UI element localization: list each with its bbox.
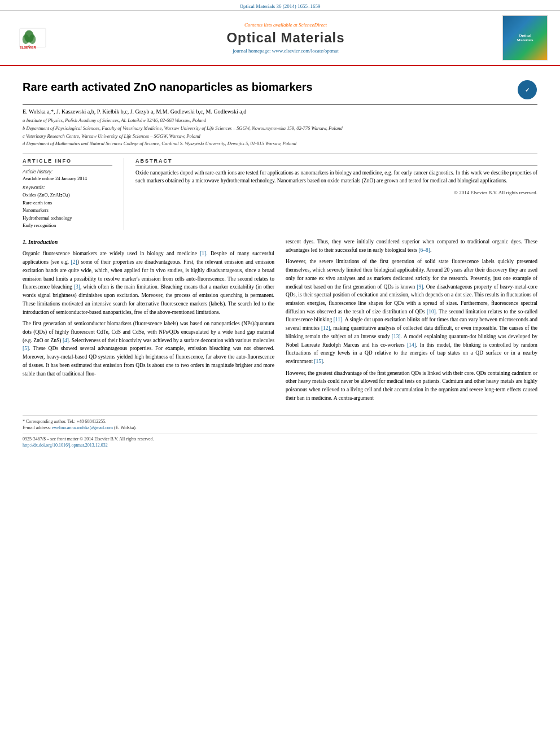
journal-citation-text: Optical Materials 36 (2014) 1655–1659 [240,3,321,9]
journal-cover-image: Optical Materials [502,15,548,60]
section1-heading: 1. Introduction [23,238,274,247]
ref-6-8[interactable]: [6–8] [418,247,430,253]
ref-10[interactable]: [10] [427,309,436,314]
contents-available-text: Contents lists available at [244,22,298,28]
keyword-3: Nanomarkers [23,207,112,215]
article-info-abstract-section: ARTICLE INFO Article history: Available … [23,153,537,230]
article-info-panel: ARTICLE INFO Article history: Available … [23,158,124,230]
body-columns: 1. Introduction Organic fluorescence bio… [23,238,537,406]
email-suffix: (E. Wolska). [114,425,137,430]
ref-13[interactable]: [13] [392,334,401,339]
svg-point-2 [22,34,29,44]
science-direct-link-text[interactable]: ScienceDirect [299,22,327,28]
homepage-text: journal homepage: www.elsevier.com/locat… [233,48,338,54]
journal-title: Optical Materials [226,30,344,46]
journal-homepage: journal homepage: www.elsevier.com/locat… [233,48,338,54]
keyword-4: Hydrothermal technology [23,215,112,222]
ref-15[interactable]: [15] [314,359,323,364]
main-content: Rare earth activated ZnO nanoparticles a… [0,66,560,453]
ref-12[interactable]: [12] [321,325,330,331]
keywords-list: Oxides (ZnO, ZnAl₂O₄) Rare-earth ions Na… [23,191,112,230]
crossmark-badge[interactable]: ✓ [517,80,537,100]
body-col2-para2: However, the severe limitations of the f… [286,257,537,365]
abstract-heading: ABSTRACT [135,158,537,165]
ref-9[interactable]: [9] [417,284,423,290]
abstract-text: Oxide nanoparticles doped with rare-eart… [135,169,537,185]
body-col1-para1: Organic fluorescence biomarkers are wide… [23,250,274,316]
authors-text: E. Wolska a,*, J. Kaszewski a,b, P. Kieł… [23,108,246,115]
article-title: Rare earth activated ZnO nanoparticles a… [23,80,511,94]
article-info-heading: ARTICLE INFO [23,158,112,165]
email-link[interactable]: ewelina.anna.wolska@gmail.com [52,425,113,430]
ref-11[interactable]: [11] [334,317,342,322]
ref-5[interactable]: [5] [23,346,29,351]
svg-text:✓: ✓ [525,87,530,93]
footnote-star-text: * Corresponding author. Tel.: +48 608412… [23,419,106,424]
journal-cover-text: Optical Materials [517,33,533,42]
history-label: Article history: [23,169,112,174]
body-column-left: 1. Introduction Organic fluorescence bio… [23,238,274,406]
affiliation-c: c Veterinary Research Centre, Warsaw Uni… [23,133,537,140]
doi-link[interactable]: http://dx.doi.org/10.1016/j.optmat.2013.… [23,443,537,448]
ref-3[interactable]: [3] [74,284,80,290]
journal-header-center: Contents lists available at ScienceDirec… [75,15,497,60]
issn-line: 0925-3467/$ – see front matter © 2014 El… [23,436,537,442]
abstract-section: ABSTRACT Oxide nanoparticles doped with … [135,158,537,230]
body-column-right: rescent dyes. Thus, they were initially … [286,238,537,406]
keywords-label: Keywords: [23,185,112,190]
elsevier-logo-area: ELSEVIER [7,15,75,60]
ref-4[interactable]: [4] [63,338,69,343]
ref-14[interactable]: [14] [407,342,416,348]
footer-bottom: 0925-3467/$ – see front matter © 2014 El… [23,434,537,448]
ref-1[interactable]: [1] [200,251,206,256]
keyword-5: Early recognition [23,222,112,230]
affiliation-a: a Institute of Physics, Polish Academy o… [23,117,537,124]
crossmark-icon: ✓ [518,80,537,99]
available-online: Available online 24 January 2014 [23,176,112,181]
body-col2-para1: rescent dyes. Thus, they were initially … [286,238,537,254]
crossmark-svg: ✓ [520,83,534,97]
article-title-section: Rare earth activated ZnO nanoparticles a… [23,72,537,105]
keyword-2: Rare-earth ions [23,199,112,207]
journal-header: ELSEVIER Contents lists available at Sci… [0,11,560,66]
ref-2[interactable]: [2] [71,259,77,265]
affiliations: a Institute of Physics, Polish Academy o… [23,117,537,147]
body-col2-para3: However, the greatest disadvantage of th… [286,369,537,403]
science-direct-line: Contents lists available at ScienceDirec… [244,22,327,28]
affiliation-b: b Department of Physiological Sciences, … [23,125,537,132]
elsevier-logo-svg: ELSEVIER [17,26,65,50]
authors-line: E. Wolska a,*, J. Kaszewski a,b, P. Kieł… [23,108,537,115]
email-label: E-mail address: [23,425,51,430]
keyword-1: Oxides (ZnO, ZnAl₂O₄) [23,191,112,199]
affiliation-d: d Department of Mathematics and Natural … [23,140,537,147]
svg-point-3 [29,34,36,44]
journal-citation-bar: Optical Materials 36 (2014) 1655–1659 [0,0,560,11]
svg-text:ELSEVIER: ELSEVIER [19,46,36,49]
page-footer: * Corresponding author. Tel.: +48 608412… [23,415,537,448]
footnote-corresponding: * Corresponding author. Tel.: +48 608412… [23,419,537,424]
journal-cover-area: Optical Materials [497,15,553,60]
body-col1-para2: The first generation of semiconductor bi… [23,320,274,378]
footnote-email-line: E-mail address: ewelina.anna.wolska@gmai… [23,425,537,430]
abstract-copyright: © 2014 Elsevier B.V. All rights reserved… [135,190,537,195]
